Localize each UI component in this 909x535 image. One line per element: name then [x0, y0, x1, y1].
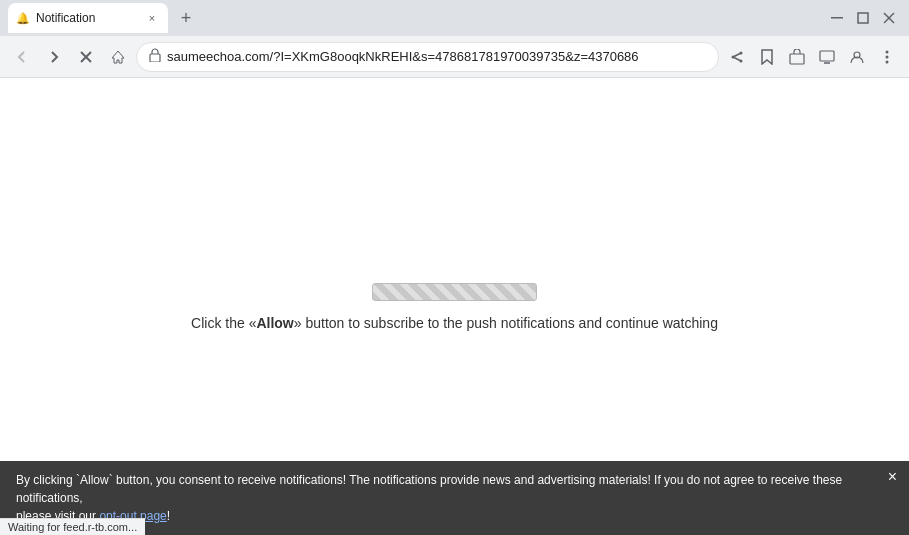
new-tab-button[interactable]: + [172, 4, 200, 32]
svg-rect-13 [820, 51, 834, 61]
menu-icon[interactable] [873, 43, 901, 71]
notification-instruction: Click the «Allow» button to subscribe to… [191, 315, 718, 331]
svg-rect-7 [150, 54, 160, 62]
allow-bold: Allow [256, 315, 293, 331]
banner-text: By clicking `Allow` button, you consent … [16, 473, 842, 523]
svg-marker-11 [762, 50, 772, 64]
bookmark-icon[interactable] [753, 43, 781, 71]
tab-bar: 🔔 Notification × + [0, 0, 909, 36]
share-icon[interactable] [723, 43, 751, 71]
page-content: Click the «Allow» button to subscribe to… [0, 78, 909, 535]
svg-point-10 [732, 55, 735, 58]
back-button[interactable] [8, 43, 36, 71]
toolbar-actions [723, 43, 901, 71]
svg-rect-12 [790, 54, 804, 64]
profile-icon[interactable] [843, 43, 871, 71]
stop-button[interactable] [72, 43, 100, 71]
close-window-button[interactable] [877, 6, 901, 30]
forward-button[interactable] [40, 43, 68, 71]
window-controls [825, 6, 901, 30]
tab-close-button[interactable]: × [144, 10, 160, 26]
browser-window: 🔔 Notification × + [0, 0, 909, 535]
active-tab[interactable]: 🔔 Notification × [8, 3, 168, 33]
svg-rect-1 [858, 13, 868, 23]
cast-icon[interactable] [813, 43, 841, 71]
url-text: saumeechoa.com/?I=XKmG8ooqkNkREHI&s=4786… [167, 49, 706, 64]
svg-point-8 [740, 51, 743, 54]
svg-point-17 [886, 55, 889, 58]
progress-bar [372, 283, 537, 301]
extension-icon[interactable] [783, 43, 811, 71]
lock-icon [149, 48, 161, 65]
tab-title: Notification [36, 11, 138, 25]
toolbar: saumeechoa.com/?I=XKmG8ooqkNkREHI&s=4786… [0, 36, 909, 78]
maximize-button[interactable] [851, 6, 875, 30]
home-button[interactable] [104, 43, 132, 71]
minimize-button[interactable] [825, 6, 849, 30]
status-bar: Waiting for feed.r-tb.com... [0, 518, 145, 535]
address-bar[interactable]: saumeechoa.com/?I=XKmG8ooqkNkREHI&s=4786… [136, 42, 719, 72]
svg-point-9 [740, 59, 743, 62]
svg-marker-6 [112, 51, 124, 63]
svg-rect-0 [831, 17, 843, 19]
svg-point-16 [886, 50, 889, 53]
svg-point-18 [886, 60, 889, 63]
banner-close-button[interactable]: × [888, 469, 897, 485]
tab-favicon: 🔔 [16, 11, 30, 25]
